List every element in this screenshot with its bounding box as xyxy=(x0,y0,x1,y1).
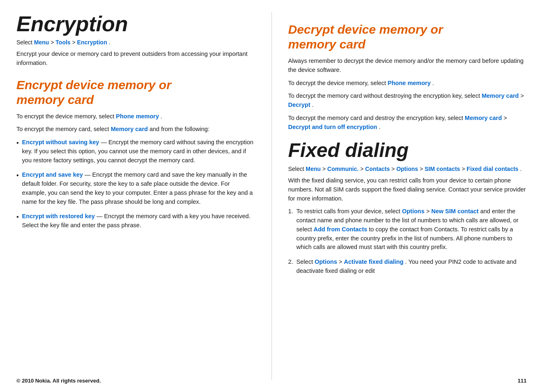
intro-text: Encrypt your device or memory card to pr… xyxy=(16,50,255,68)
fd-fixed-dial-link[interactable]: Fixed dial contacts xyxy=(467,166,518,172)
phone-memory-suffix: . xyxy=(161,113,162,120)
fixed-dialing-steps: To restrict calls from your device, sele… xyxy=(288,207,527,275)
memory-card-encrypt-line: To encrypt the memory card, select Memor… xyxy=(16,125,255,134)
encrypt-restored-key-link[interactable]: Encrypt with restored key xyxy=(22,213,95,219)
tools-link[interactable]: Tools xyxy=(55,39,70,46)
decrypt-mc2-link1[interactable]: Memory card xyxy=(465,115,502,121)
step-1-content: To restrict calls from your device, sele… xyxy=(297,207,527,252)
phone-memory-prefix: To encrypt the device memory, select xyxy=(16,113,116,120)
step-2: Select Options > Activate fixed dialing … xyxy=(288,258,527,276)
copyright-text: © 2010 Nokia. All rights reserved. xyxy=(16,378,101,384)
decrypt-phone-memory-line: To decrypt the device memory, select Pho… xyxy=(288,79,527,88)
decrypt-phone-prefix: To decrypt the device memory, select xyxy=(288,80,388,86)
right-column: Decrypt device memory ormemory card Alwa… xyxy=(272,12,527,380)
step2-activate-link[interactable]: Activate fixed dialing xyxy=(344,258,403,265)
decrypt-phone-suffix: . xyxy=(433,80,434,86)
decrypt-memory-card-line2: To decrypt the memory card and destroy t… xyxy=(288,114,527,132)
decrypt-mc1-link2[interactable]: Decrypt xyxy=(288,101,311,108)
decrypt-mc1-sep: > xyxy=(520,92,524,99)
fd-select-prefix: Select xyxy=(288,166,306,172)
fd-sep4: > xyxy=(420,166,425,172)
memory-card-link[interactable]: Memory card xyxy=(111,126,148,132)
fd-contacts-link[interactable]: Contacts xyxy=(365,166,390,172)
encrypt-save-key-link[interactable]: Encrypt and save key xyxy=(22,171,83,178)
decrypt-memory-card-line1: To decrypt the memory card without destr… xyxy=(288,92,527,110)
decrypt-mc2-suffix: . xyxy=(379,124,380,130)
decrypt-mc1-suffix: . xyxy=(312,101,314,108)
list-item-no-save-key-content: Encrypt without saving key — Encrypt the… xyxy=(22,138,255,165)
fd-sep5: > xyxy=(462,166,467,172)
decrypt-mc2-link2[interactable]: Decrypt and turn off encryption xyxy=(288,124,377,130)
fd-sep1: > xyxy=(322,166,327,172)
sep2: > xyxy=(72,39,77,46)
select-suffix: . xyxy=(109,39,110,46)
step1-prefix: To restrict calls from your device, sele… xyxy=(297,208,402,214)
step-2-content: Select Options > Activate fixed dialing … xyxy=(297,258,527,276)
decrypt-mc1-prefix: To decrypt the memory card without destr… xyxy=(288,92,482,99)
step2-sep1: > xyxy=(339,258,344,265)
decrypt-mc1-link1[interactable]: Memory card xyxy=(482,92,519,99)
sep1: > xyxy=(51,39,55,46)
fd-options-link[interactable]: Options xyxy=(396,166,418,172)
decrypt-mc2-sep: > xyxy=(504,115,507,121)
decrypt-phone-link[interactable]: Phone memory xyxy=(388,80,431,86)
menu-link[interactable]: Menu xyxy=(34,39,49,46)
encrypt-options-list: Encrypt without saving key — Encrypt the… xyxy=(16,138,255,230)
select-prefix: Select xyxy=(16,39,34,46)
fd-sep2: > xyxy=(360,166,365,172)
step1-add-contacts-link[interactable]: Add from Contacts xyxy=(314,226,368,233)
encryption-link[interactable]: Encryption xyxy=(77,39,107,46)
memory-card-prefix: To encrypt the memory card, select xyxy=(16,126,111,132)
fd-communic-link[interactable]: Communic. xyxy=(327,166,359,172)
fd-menu-link[interactable]: Menu xyxy=(306,166,321,172)
phone-memory-encrypt-line: To encrypt the device memory, select Pho… xyxy=(16,112,255,121)
decrypt-intro: Always remember to decrypt the device me… xyxy=(288,57,527,75)
fixed-dialing-select-line: Select Menu > Communic. > Contacts > Opt… xyxy=(288,166,527,172)
fixed-dialing-title: Fixed dialing xyxy=(288,140,527,161)
fd-select-suffix: . xyxy=(520,166,522,172)
phone-memory-link[interactable]: Phone memory xyxy=(116,113,159,120)
decrypt-mc2-prefix: To decrypt the memory card and destroy t… xyxy=(288,115,465,121)
fd-sim-contacts-link[interactable]: SIM contacts xyxy=(425,166,460,172)
encrypt-section-title: Encrypt device memory ormemory card xyxy=(16,78,255,107)
list-item-save-key: Encrypt and save key — Encrypt the memor… xyxy=(16,171,255,206)
step2-options-link[interactable]: Options xyxy=(315,258,337,265)
step1-options-link[interactable]: Options xyxy=(402,208,425,214)
encryption-select-line: Select Menu > Tools > Encryption . xyxy=(16,39,255,46)
list-item-no-save-key: Encrypt without saving key — Encrypt the… xyxy=(16,138,255,165)
step-1: To restrict calls from your device, sele… xyxy=(288,207,527,252)
left-column: Encryption Select Menu > Tools > Encrypt… xyxy=(16,12,272,380)
memory-card-suffix: and from the following: xyxy=(150,126,209,132)
page-number: 111 xyxy=(518,378,527,384)
main-title: Encryption xyxy=(16,12,255,36)
encrypt-no-save-key-link[interactable]: Encrypt without saving key xyxy=(22,139,99,145)
step2-prefix: Select xyxy=(297,258,315,265)
list-item-restored-key-content: Encrypt with restored key — Encrypt the … xyxy=(22,212,255,230)
step1-new-sim-link[interactable]: New SIM contact xyxy=(431,208,479,214)
fixed-dialing-intro: With the fixed dialing service, you can … xyxy=(288,176,527,203)
footer: © 2010 Nokia. All rights reserved. 111 xyxy=(16,378,527,384)
list-item-save-key-content: Encrypt and save key — Encrypt the memor… xyxy=(22,171,255,206)
list-item-restored-key: Encrypt with restored key — Encrypt the … xyxy=(16,212,255,230)
fd-sep3: > xyxy=(391,166,396,172)
decrypt-section-title: Decrypt device memory ormemory card xyxy=(288,22,527,52)
step1-sep1: > xyxy=(426,208,431,214)
